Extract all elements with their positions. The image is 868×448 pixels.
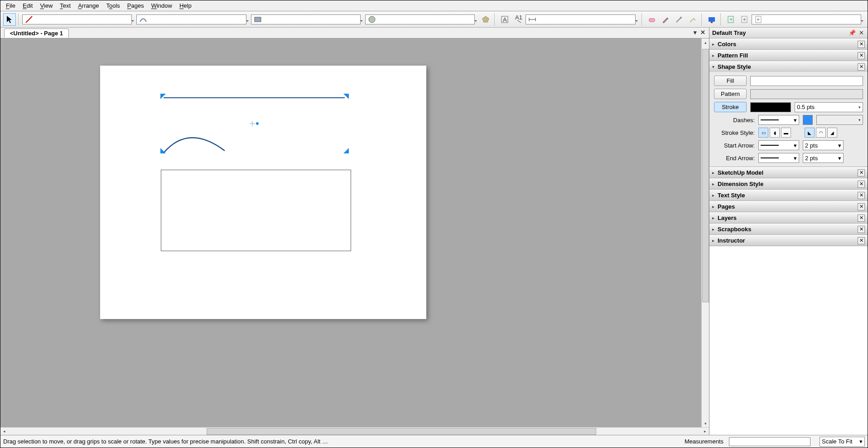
panel-colors-close[interactable]: ✕ xyxy=(858,41,865,48)
eraser-tool[interactable] xyxy=(646,13,658,26)
start-arrow-dropdown[interactable]: ▾ xyxy=(758,140,799,150)
circle-tool[interactable] xyxy=(365,14,475,24)
menu-edit[interactable]: Edit xyxy=(19,1,36,10)
scroll-left-arrow[interactable]: ◂ xyxy=(0,428,8,435)
panel-scrapbooks-close[interactable]: ✕ xyxy=(858,226,865,233)
horizontal-scrollbar[interactable]: ◂ ▸ xyxy=(0,427,709,435)
end-arrow-dropdown[interactable]: ▾ xyxy=(758,153,799,163)
menu-pages[interactable]: Pages xyxy=(124,1,148,10)
end-arrow-label: End Arrow: xyxy=(714,155,755,162)
menu-help[interactable]: Help xyxy=(176,1,195,10)
menu-arrange[interactable]: Arrange xyxy=(74,1,102,10)
panel-sketchup-model[interactable]: ▸SketchUp Model✕ xyxy=(709,167,868,178)
panel-layers[interactable]: ▸Layers✕ xyxy=(709,212,868,223)
fill-button[interactable]: Fill xyxy=(714,76,747,86)
document-tabs: <Untitled> - Page 1 ▾ ✕ xyxy=(0,28,709,38)
menu-file[interactable]: File xyxy=(2,1,19,10)
measurements-label: Measurements xyxy=(685,438,723,445)
tray-pin-icon[interactable]: 📌 xyxy=(849,29,856,36)
svg-text:+: + xyxy=(729,16,733,23)
panel-dimension-close[interactable]: ✕ xyxy=(858,181,865,188)
selection-handle-ne[interactable] xyxy=(342,94,349,101)
menubar: File Edit View Text Arrange Tools Pages … xyxy=(0,0,868,11)
menu-text[interactable]: Text xyxy=(56,1,74,10)
svg-marker-27 xyxy=(343,148,349,153)
scroll-down-arrow[interactable]: ▾ xyxy=(702,419,709,427)
polygon-tool[interactable] xyxy=(479,13,492,26)
panel-pages-close[interactable]: ✕ xyxy=(858,203,865,210)
vertical-scroll-thumb[interactable] xyxy=(702,49,709,302)
tab-close[interactable]: ✕ xyxy=(700,29,705,36)
panel-dimension-style[interactable]: ▸Dimension Style✕ xyxy=(709,178,868,189)
dimension-tool[interactable] xyxy=(526,14,635,24)
scroll-up-arrow[interactable]: ▴ xyxy=(702,38,709,46)
selection-handle-sw[interactable] xyxy=(160,146,168,153)
horizontal-scroll-thumb[interactable] xyxy=(207,428,596,435)
style-tool[interactable] xyxy=(659,13,672,26)
panel-pattern-fill-close[interactable]: ✕ xyxy=(858,52,865,59)
viewport[interactable]: ▴ ▾ xyxy=(0,38,709,427)
join-bevel[interactable]: ◢ xyxy=(827,128,837,138)
end-arrow-size-dropdown[interactable]: 2 pts▾ xyxy=(803,153,844,163)
stroke-style-label: Stroke Style: xyxy=(714,129,755,136)
panel-instructor[interactable]: ▸Instructor✕ xyxy=(709,235,868,246)
panel-shape-style-close[interactable]: ✕ xyxy=(858,63,865,71)
text-tool[interactable]: A xyxy=(498,13,511,26)
panel-layers-close[interactable]: ✕ xyxy=(858,214,865,222)
stroke-button[interactable]: Stroke xyxy=(714,102,747,112)
tray-close[interactable]: ✕ xyxy=(858,29,865,36)
measurements-input[interactable] xyxy=(729,437,810,446)
menu-tools[interactable]: Tools xyxy=(102,1,123,10)
start-arrow-size-dropdown[interactable]: 2 pts▾ xyxy=(803,140,844,150)
selection-handle-nw[interactable] xyxy=(160,94,168,101)
split-tool[interactable] xyxy=(673,13,685,26)
line-tool[interactable] xyxy=(22,14,132,24)
drawn-rectangle[interactable] xyxy=(161,170,351,251)
pattern-button[interactable]: Pattern xyxy=(714,89,747,99)
arc-tool[interactable] xyxy=(136,14,246,24)
menu-view[interactable]: View xyxy=(36,1,56,10)
drawn-line[interactable] xyxy=(164,97,345,98)
vertical-scrollbar[interactable]: ▴ ▾ xyxy=(701,38,709,427)
tab-menu-dropdown[interactable]: ▾ xyxy=(694,29,697,36)
panel-instructor-close[interactable]: ✕ xyxy=(858,237,865,244)
prev-page-tool[interactable] xyxy=(738,13,751,26)
selection-handle-se[interactable] xyxy=(342,146,349,153)
tray-header: Default Tray 📌 ✕ xyxy=(709,28,868,38)
panel-text-style[interactable]: ▸Text Style✕ xyxy=(709,190,868,200)
pattern-swatch[interactable] xyxy=(750,89,863,99)
next-page-tool[interactable] xyxy=(752,14,861,24)
panel-scrapbooks[interactable]: ▸Scrapbooks✕ xyxy=(709,224,868,234)
join-style-group: ◣ ◠ ◢ xyxy=(805,128,837,138)
presentation-tool[interactable] xyxy=(705,13,718,26)
panel-pattern-fill[interactable]: ▸Pattern Fill✕ xyxy=(709,50,868,61)
cap-round[interactable]: ◖ xyxy=(770,128,780,138)
panel-colors[interactable]: ▸Colors✕ xyxy=(709,38,868,49)
cap-flat[interactable]: ▭ xyxy=(758,128,768,138)
dash-scale-dropdown[interactable]: ▾ xyxy=(816,115,863,125)
join-tool[interactable] xyxy=(686,13,699,26)
menu-window[interactable]: Window xyxy=(148,1,176,10)
label-tool[interactable]: A1 xyxy=(512,13,525,26)
select-tool[interactable] xyxy=(3,13,16,26)
panel-text-close[interactable]: ✕ xyxy=(858,192,865,199)
rect-tool[interactable] xyxy=(251,14,361,24)
dashes-dropdown[interactable]: ▾ xyxy=(758,115,799,125)
join-round[interactable]: ◠ xyxy=(816,128,826,138)
cap-square[interactable]: ▬ xyxy=(781,128,791,138)
panel-pages[interactable]: ▸Pages✕ xyxy=(709,201,868,212)
document-tab[interactable]: <Untitled> - Page 1 xyxy=(4,29,69,38)
drawn-arc[interactable] xyxy=(161,130,229,157)
rotation-pivot[interactable] xyxy=(250,121,259,126)
panel-shape-style[interactable]: ▾Shape Style✕ xyxy=(709,61,868,72)
fill-swatch[interactable] xyxy=(750,76,863,86)
panel-sketchup-close[interactable]: ✕ xyxy=(858,169,865,176)
scroll-right-arrow[interactable]: ▸ xyxy=(701,428,709,435)
zoom-dropdown[interactable]: Scale To Fit▾ xyxy=(820,437,865,447)
dash-scale-swatch[interactable] xyxy=(803,115,813,125)
add-page-tool[interactable]: + xyxy=(724,13,737,26)
join-miter[interactable]: ◣ xyxy=(805,128,815,138)
stroke-width-dropdown[interactable]: 0.5 pts▾ xyxy=(795,102,863,112)
stroke-color-swatch[interactable] xyxy=(750,102,791,112)
paper[interactable] xyxy=(100,66,426,319)
